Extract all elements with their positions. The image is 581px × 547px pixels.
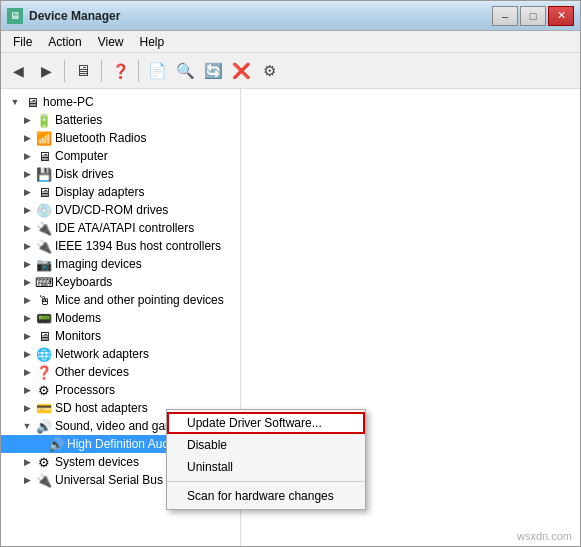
arrow-mice: ▶ xyxy=(21,294,33,306)
arrow-other: ▶ xyxy=(21,366,33,378)
menu-file[interactable]: File xyxy=(5,33,40,51)
scan-button[interactable]: 🔍 xyxy=(172,58,198,84)
label-ide: IDE ATA/ATAPI controllers xyxy=(55,221,194,235)
arrow-display: ▶ xyxy=(21,186,33,198)
ctx-scan[interactable]: Scan for hardware changes xyxy=(167,485,365,507)
arrow-sound: ▼ xyxy=(21,420,33,432)
label-mice: Mice and other pointing devices xyxy=(55,293,224,307)
tree-item-ieee[interactable]: ▶🔌IEEE 1394 Bus host controllers xyxy=(1,237,240,255)
label-modems: Modems xyxy=(55,311,101,325)
label-ieee: IEEE 1394 Bus host controllers xyxy=(55,239,221,253)
icon-mice: 🖱 xyxy=(36,292,52,308)
icon-network: 🌐 xyxy=(36,346,52,362)
ctx-disable[interactable]: Disable xyxy=(167,434,365,456)
tree-item-network[interactable]: ▶🌐Network adapters xyxy=(1,345,240,363)
icon-dvd: 💿 xyxy=(36,202,52,218)
update-driver-toolbar[interactable]: 🔄 xyxy=(200,58,226,84)
icon-ieee: 🔌 xyxy=(36,238,52,254)
tree-item-mice[interactable]: ▶🖱Mice and other pointing devices xyxy=(1,291,240,309)
arrow-sdhost: ▶ xyxy=(21,402,33,414)
tree-root[interactable]: ▼ 🖥 home-PC xyxy=(1,93,240,111)
tree-item-display[interactable]: ▶🖥Display adapters xyxy=(1,183,240,201)
watermark: wsxdn.com xyxy=(517,530,572,542)
tree-item-diskdrives[interactable]: ▶💾Disk drives xyxy=(1,165,240,183)
label-display: Display adapters xyxy=(55,185,144,199)
icon-sound: 🔊 xyxy=(36,418,52,434)
root-arrow: ▼ xyxy=(9,96,21,108)
ctx-update-driver[interactable]: Update Driver Software... xyxy=(167,412,365,434)
disable-toolbar[interactable]: ❌ xyxy=(228,58,254,84)
toolbar-sep-2 xyxy=(101,60,102,82)
arrow-keyboards: ▶ xyxy=(21,276,33,288)
tree-item-computer[interactable]: ▶🖥Computer xyxy=(1,147,240,165)
label-other: Other devices xyxy=(55,365,129,379)
icon-modems: 📟 xyxy=(36,310,52,326)
tree-item-batteries[interactable]: ▶🔋Batteries xyxy=(1,111,240,129)
uninstall-toolbar[interactable]: ⚙ xyxy=(256,58,282,84)
arrow-bluetooth: ▶ xyxy=(21,132,33,144)
window-controls: – □ ✕ xyxy=(492,6,574,26)
menu-view[interactable]: View xyxy=(90,33,132,51)
label-dvd: DVD/CD-ROM drives xyxy=(55,203,168,217)
icon-keyboards: ⌨ xyxy=(36,274,52,290)
menu-help[interactable]: Help xyxy=(132,33,173,51)
tree-item-dvd[interactable]: ▶💿DVD/CD-ROM drives xyxy=(1,201,240,219)
content-area: ▼ 🖥 home-PC ▶🔋Batteries▶📶Bluetooth Radio… xyxy=(1,89,580,546)
label-network: Network adapters xyxy=(55,347,149,361)
toolbar: ◀ ▶ 🖥 ❓ 📄 🔍 🔄 ❌ ⚙ xyxy=(1,53,580,89)
label-diskdrives: Disk drives xyxy=(55,167,114,181)
tree-item-bluetooth[interactable]: ▶📶Bluetooth Radios xyxy=(1,129,240,147)
arrow-monitors: ▶ xyxy=(21,330,33,342)
window-title: Device Manager xyxy=(29,9,492,23)
tree-item-keyboards[interactable]: ▶⌨Keyboards xyxy=(1,273,240,291)
toolbar-sep-3 xyxy=(138,60,139,82)
arrow-ieee: ▶ xyxy=(21,240,33,252)
arrow-computer: ▶ xyxy=(21,150,33,162)
device-manager-window: 🖥 Device Manager – □ ✕ File Action View … xyxy=(0,0,581,547)
icon-diskdrives: 💾 xyxy=(36,166,52,182)
icon-processors: ⚙ xyxy=(36,382,52,398)
tree-item-processors[interactable]: ▶⚙Processors xyxy=(1,381,240,399)
icon-display: 🖥 xyxy=(36,184,52,200)
tree-item-monitors[interactable]: ▶🖥Monitors xyxy=(1,327,240,345)
icon-batteries: 🔋 xyxy=(36,112,52,128)
label-keyboards: Keyboards xyxy=(55,275,112,289)
properties-button[interactable]: 📄 xyxy=(144,58,170,84)
arrow-network: ▶ xyxy=(21,348,33,360)
icon-hdaudio: 🔊 xyxy=(48,436,64,452)
tree-item-modems[interactable]: ▶📟Modems xyxy=(1,309,240,327)
icon-imaging: 📷 xyxy=(36,256,52,272)
icon-sdhost: 💳 xyxy=(36,400,52,416)
icon-bluetooth: 📶 xyxy=(36,130,52,146)
context-menu: Update Driver Software... Disable Uninst… xyxy=(166,409,366,510)
label-monitors: Monitors xyxy=(55,329,101,343)
tree-item-imaging[interactable]: ▶📷Imaging devices xyxy=(1,255,240,273)
menu-bar: File Action View Help xyxy=(1,31,580,53)
label-imaging: Imaging devices xyxy=(55,257,142,271)
minimize-button[interactable]: – xyxy=(492,6,518,26)
icon-ide: 🔌 xyxy=(36,220,52,236)
label-sdhost: SD host adapters xyxy=(55,401,148,415)
help-button[interactable]: ❓ xyxy=(107,58,133,84)
close-button[interactable]: ✕ xyxy=(548,6,574,26)
tree-item-other[interactable]: ▶❓Other devices xyxy=(1,363,240,381)
icon-other: ❓ xyxy=(36,364,52,380)
root-label: home-PC xyxy=(43,95,94,109)
label-batteries: Batteries xyxy=(55,113,102,127)
arrow-diskdrives: ▶ xyxy=(21,168,33,180)
menu-action[interactable]: Action xyxy=(40,33,89,51)
arrow-ide: ▶ xyxy=(21,222,33,234)
ctx-uninstall[interactable]: Uninstall xyxy=(167,456,365,478)
forward-button[interactable]: ▶ xyxy=(33,58,59,84)
label-computer: Computer xyxy=(55,149,108,163)
computer-button[interactable]: 🖥 xyxy=(70,58,96,84)
back-button[interactable]: ◀ xyxy=(5,58,31,84)
label-system: System devices xyxy=(55,455,139,469)
arrow-usb: ▶ xyxy=(21,474,33,486)
arrow-batteries: ▶ xyxy=(21,114,33,126)
maximize-button[interactable]: □ xyxy=(520,6,546,26)
window-icon: 🖥 xyxy=(7,8,23,24)
arrow-system: ▶ xyxy=(21,456,33,468)
tree-item-ide[interactable]: ▶🔌IDE ATA/ATAPI controllers xyxy=(1,219,240,237)
arrow-imaging: ▶ xyxy=(21,258,33,270)
